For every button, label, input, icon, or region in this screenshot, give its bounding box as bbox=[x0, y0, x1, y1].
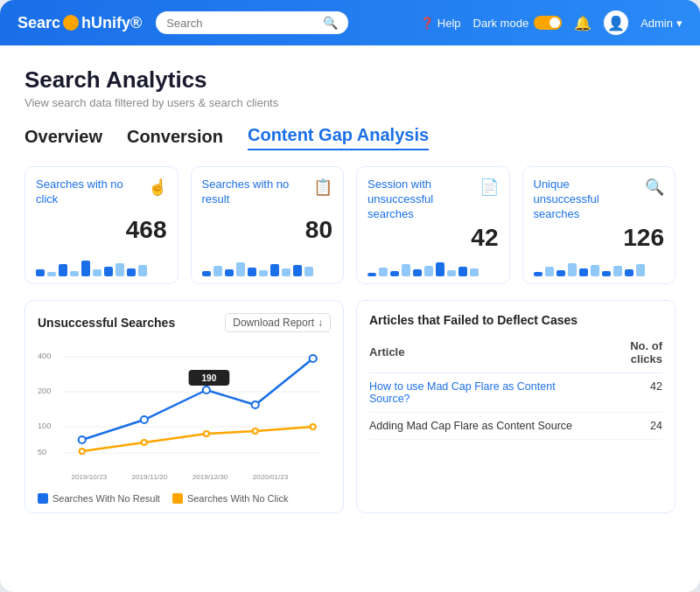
bar bbox=[116, 263, 124, 276]
svg-text:2019/11/20: 2019/11/20 bbox=[132, 473, 168, 481]
toggle-knob bbox=[550, 17, 560, 28]
admin-button[interactable]: Admin ▾ bbox=[640, 17, 682, 30]
help-button[interactable]: ❓ Help bbox=[420, 17, 461, 30]
svg-text:2019/12/30: 2019/12/30 bbox=[192, 473, 228, 481]
bar bbox=[436, 262, 444, 276]
tab-content-gap[interactable]: Content Gap Analysis bbox=[248, 125, 429, 150]
chevron-down-icon: ▾ bbox=[676, 17, 682, 30]
svg-point-13 bbox=[80, 449, 85, 454]
metric-value-unique: 126 bbox=[534, 224, 665, 252]
bell-icon[interactable]: 🔔 bbox=[574, 15, 592, 31]
chart-legend: Searches With No Result Searches With No… bbox=[38, 493, 331, 504]
download-label: Download Report bbox=[233, 317, 314, 329]
bar bbox=[293, 265, 302, 276]
bar bbox=[214, 266, 222, 276]
svg-point-10 bbox=[203, 387, 210, 394]
tab-overview[interactable]: Overview bbox=[24, 127, 102, 150]
tabs: Overview Conversion Content Gap Analysis bbox=[24, 125, 676, 150]
metric-cards: Searches with no click ☝️ 468 bbox=[24, 166, 676, 284]
bar bbox=[556, 270, 565, 276]
svg-text:200: 200 bbox=[38, 387, 51, 395]
svg-point-9 bbox=[141, 416, 148, 423]
avatar: 👤 bbox=[604, 10, 628, 35]
article-title-2: Adding Mad Cap Flare as Content Source bbox=[369, 412, 596, 439]
bar bbox=[379, 268, 388, 276]
logo: SearchUnify® bbox=[18, 14, 142, 32]
search-input[interactable] bbox=[166, 17, 318, 30]
legend-label-no-result: Searches With No Result bbox=[52, 493, 160, 504]
bar bbox=[59, 264, 67, 276]
download-button[interactable]: Download Report ↓ bbox=[225, 313, 331, 332]
bar bbox=[104, 267, 113, 276]
bar bbox=[36, 269, 45, 276]
dark-mode-toggle[interactable]: Dark mode bbox=[473, 16, 563, 30]
svg-point-17 bbox=[311, 424, 316, 429]
search-bar[interactable]: 🔍 bbox=[156, 11, 348, 34]
help-icon: ❓ bbox=[420, 17, 434, 30]
metric-icon-no-result: 📋 bbox=[313, 178, 332, 197]
articles-card: Articles that Failed to Deflect Cases Ar… bbox=[356, 300, 676, 513]
articles-title: Articles that Failed to Deflect Cases bbox=[369, 313, 662, 327]
bar bbox=[402, 264, 410, 276]
svg-point-12 bbox=[310, 355, 317, 362]
bar bbox=[127, 268, 136, 276]
article-link-1[interactable]: How to use Mad Cap Flare as Content Sour… bbox=[369, 380, 556, 405]
bar bbox=[236, 262, 245, 276]
bar bbox=[636, 264, 645, 276]
bar bbox=[470, 268, 479, 276]
bar bbox=[81, 261, 90, 276]
bar bbox=[447, 270, 456, 276]
bar bbox=[390, 271, 399, 276]
chart-card: Unsuccessful Searches Download Report ↓ … bbox=[24, 300, 344, 513]
bar bbox=[202, 271, 211, 276]
metric-value-no-result: 80 bbox=[202, 216, 333, 244]
bar bbox=[534, 272, 542, 276]
toggle-switch[interactable] bbox=[534, 16, 562, 30]
col-article: Article bbox=[369, 336, 596, 373]
bar bbox=[579, 268, 588, 276]
app-container: SearchUnify® 🔍 ❓ Help Dark mode 🔔 👤 Admi bbox=[0, 0, 700, 592]
bar bbox=[304, 267, 313, 276]
legend-item-no-result: Searches With No Result bbox=[38, 493, 160, 504]
bar bbox=[591, 265, 599, 276]
metric-value-no-click: 468 bbox=[36, 216, 167, 244]
metric-icon-session: 📄 bbox=[480, 178, 499, 197]
main-content: Search Analytics View search data filter… bbox=[0, 45, 700, 592]
admin-label: Admin bbox=[640, 17, 673, 30]
chart-title: Unsuccessful Searches bbox=[38, 316, 175, 330]
svg-text:400: 400 bbox=[38, 352, 51, 360]
help-label: Help bbox=[438, 17, 461, 30]
svg-text:100: 100 bbox=[38, 421, 51, 430]
bar bbox=[282, 268, 290, 276]
metric-label-no-click: Searches with no click bbox=[36, 178, 141, 207]
svg-point-8 bbox=[79, 436, 86, 443]
mini-bar-chart-no-result bbox=[202, 257, 333, 276]
search-icon: 🔍 bbox=[323, 16, 338, 30]
bottom-row: Unsuccessful Searches Download Report ↓ … bbox=[24, 300, 676, 513]
bar bbox=[613, 266, 622, 276]
legend-dot-blue bbox=[38, 493, 48, 504]
logo-circle bbox=[63, 15, 79, 31]
tab-conversion[interactable]: Conversion bbox=[127, 127, 223, 150]
bar bbox=[568, 263, 577, 276]
bar bbox=[368, 273, 376, 276]
page-title: Search Analytics bbox=[24, 66, 676, 94]
articles-table: Article No. of clicks How to use Mad Cap… bbox=[369, 336, 662, 440]
bar bbox=[138, 265, 147, 276]
logo-text-start: Searc bbox=[18, 14, 60, 32]
page-subtitle: View search data filtered by users & sea… bbox=[24, 96, 676, 109]
mini-bar-chart-no-click bbox=[36, 257, 167, 276]
metric-icon-no-click: ☝️ bbox=[148, 178, 167, 197]
legend-label-no-click: Searches With No Click bbox=[187, 493, 289, 504]
metric-icon-unique: 🔍 bbox=[645, 178, 664, 197]
bar bbox=[413, 269, 422, 276]
chart-svg: 400 200 100 50 bbox=[38, 339, 331, 488]
download-icon: ↓ bbox=[318, 317, 323, 329]
article-title-1: How to use Mad Cap Flare as Content Sour… bbox=[369, 373, 596, 412]
metric-card-no-click: Searches with no click ☝️ 468 bbox=[24, 166, 178, 284]
svg-point-11 bbox=[252, 401, 259, 408]
mini-bar-chart-unique bbox=[534, 257, 665, 276]
svg-text:190: 190 bbox=[201, 373, 216, 383]
metric-card-unique-unsuccessful: Unique unsuccessful searches 🔍 126 bbox=[522, 166, 676, 284]
bar bbox=[625, 269, 634, 276]
